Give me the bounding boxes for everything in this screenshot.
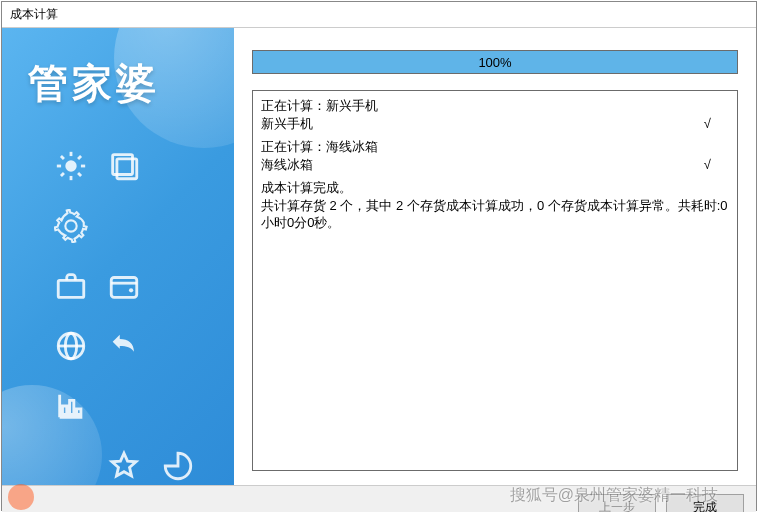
progress-bar: 100%: [252, 50, 738, 74]
log-summary: 成本计算完成。 共计算存货 2 个，其中 2 个存货成本计算成功，0 个存货成本…: [261, 179, 729, 232]
progress-label: 100%: [478, 55, 511, 70]
blank-4-icon: [159, 267, 197, 305]
star-icon: [105, 447, 143, 485]
progress-fill: 100%: [253, 51, 737, 73]
sun-icon: [52, 147, 90, 185]
watermark-logo-icon: [8, 484, 34, 510]
svg-point-0: [65, 160, 76, 171]
summary-done: 成本计算完成。: [261, 179, 729, 197]
gear-icon: [52, 207, 90, 245]
title-bar: 成本计算: [2, 2, 756, 27]
svg-line-6: [78, 173, 81, 176]
log-result: 新兴手机 √: [261, 115, 729, 133]
sidebar: 管家婆: [2, 28, 234, 485]
blank-7-icon: [159, 387, 197, 425]
app-window: 成本计算 管家婆: [1, 1, 757, 511]
svg-point-14: [129, 288, 133, 292]
log-result: 海线冰箱 √: [261, 156, 729, 174]
blank-1-icon: [159, 147, 197, 185]
finish-button[interactable]: 完成: [666, 494, 744, 512]
prev-button[interactable]: 上一步: [578, 494, 656, 512]
log-name: 新兴手机: [261, 115, 313, 133]
log-name: 海线冰箱: [261, 156, 313, 174]
window-title: 成本计算: [10, 7, 58, 21]
stack-icon: [105, 147, 143, 185]
briefcase-icon: [52, 267, 90, 305]
blank-6-icon: [105, 387, 143, 425]
svg-line-5: [61, 156, 64, 159]
svg-rect-11: [58, 280, 84, 297]
content-area: 管家婆: [2, 27, 756, 485]
pie-chart-icon: [159, 447, 197, 485]
svg-line-8: [78, 156, 81, 159]
main-panel: 100% 正在计算：新兴手机 新兴手机 √ 正在计算：海线冰箱 海线冰箱 √: [234, 28, 756, 485]
log-item: 正在计算：新兴手机 新兴手机 √: [261, 97, 729, 132]
log-item: 正在计算：海线冰箱 海线冰箱 √: [261, 138, 729, 173]
footer-bar: 上一步 完成: [2, 485, 756, 512]
check-icon: √: [704, 156, 711, 174]
log-output[interactable]: 正在计算：新兴手机 新兴手机 √ 正在计算：海线冰箱 海线冰箱 √ 成本计算完成…: [252, 90, 738, 471]
brand-logo: 管家婆: [2, 28, 234, 111]
sidebar-icon-grid: [2, 111, 234, 485]
blank-3-icon: [159, 207, 197, 245]
blank-8-icon: [52, 447, 90, 485]
blank-5-icon: [159, 327, 197, 365]
blank-2-icon: [105, 207, 143, 245]
summary-detail: 共计算存货 2 个，其中 2 个存货成本计算成功，0 个存货成本计算异常。共耗时…: [261, 197, 729, 232]
log-header: 正在计算：新兴手机: [261, 97, 729, 115]
svg-line-7: [61, 173, 64, 176]
bar-chart-icon: [52, 387, 90, 425]
wallet-icon: [105, 267, 143, 305]
globe-icon: [52, 327, 90, 365]
check-icon: √: [704, 115, 711, 133]
undo-icon: [105, 327, 143, 365]
log-header: 正在计算：海线冰箱: [261, 138, 729, 156]
svg-rect-12: [112, 278, 138, 298]
